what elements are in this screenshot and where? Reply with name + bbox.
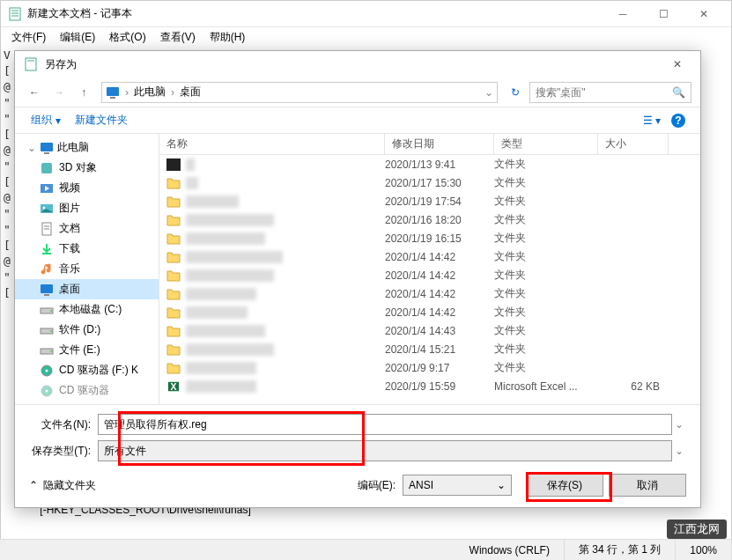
- folder-icon: [166, 214, 181, 226]
- menu-help[interactable]: 帮助(H): [203, 28, 253, 47]
- file-row[interactable]: 2020/1/13 9:41 文件夹: [159, 155, 700, 173]
- blurred-filename: [186, 343, 274, 356]
- cancel-button[interactable]: 取消: [609, 474, 686, 497]
- new-folder-button[interactable]: 新建文件夹: [68, 109, 135, 131]
- sidebar[interactable]: ⌄ 此电脑 3D 对象 视频 图片 文档 下载 音乐 桌面 本地磁盘 (C:) …: [15, 134, 159, 404]
- save-button[interactable]: 保存(S): [526, 474, 603, 497]
- view-options-button[interactable]: ☰ ▾: [639, 110, 665, 131]
- save-as-dialog: 另存为 ✕ ← → ↑ › 此电脑 › 桌面 ⌄ ↻ 🔍 组织 ▾ 新建文件夹 …: [14, 50, 701, 508]
- back-button[interactable]: ←: [24, 82, 45, 103]
- sidebar-item-3d[interactable]: 3D 对象: [15, 158, 159, 178]
- watermark: 江西龙网: [667, 519, 727, 539]
- file-date: 2020/1/19 17:54: [385, 195, 494, 208]
- breadcrumb-item[interactable]: 此电脑: [130, 85, 169, 99]
- breadcrumb-item[interactable]: 桌面: [176, 85, 204, 99]
- file-date: 2020/1/4 14:42: [385, 251, 494, 263]
- excel-icon: X: [166, 380, 181, 393]
- help-button[interactable]: ?: [665, 110, 691, 131]
- file-row[interactable]: 2020/1/4 14:42 文件夹: [159, 284, 700, 303]
- file-date: 2020/1/9 9:17: [385, 362, 494, 374]
- filetype-label: 保存类型(T):: [29, 444, 98, 459]
- file-type: 文件夹: [494, 268, 598, 283]
- folder-icon: [166, 288, 181, 300]
- blurred-filename: [186, 251, 283, 263]
- file-row[interactable]: 2020/1/17 15:30 文件夹: [159, 173, 700, 192]
- sidebar-item-downloads[interactable]: 下载: [15, 239, 159, 259]
- refresh-button[interactable]: ↻: [505, 82, 526, 103]
- folder-icon: [166, 177, 181, 189]
- breadcrumb[interactable]: › 此电脑 › 桌面 ⌄: [101, 82, 498, 103]
- maximize-button[interactable]: ☐: [643, 1, 684, 27]
- monitor-icon: [106, 85, 120, 99]
- file-date: 2020/1/17 15:30: [385, 177, 494, 189]
- sidebar-item-music[interactable]: 音乐: [15, 259, 159, 279]
- search-icon[interactable]: 🔍: [672, 86, 685, 99]
- sidebar-item-documents[interactable]: 文档: [15, 218, 159, 239]
- sidebar-item-cd[interactable]: CD 驱动器: [15, 380, 159, 401]
- blurred-filename: [186, 269, 274, 282]
- file-type: 文件夹: [494, 286, 598, 301]
- chevron-down-icon[interactable]: ⌄: [484, 86, 493, 99]
- sidebar-item-videos[interactable]: 视频: [15, 178, 159, 198]
- status-line-ending: Windows (CRLF): [455, 540, 565, 560]
- search-input[interactable]: [536, 86, 672, 99]
- menu-view[interactable]: 查看(V): [153, 28, 203, 47]
- filetype-select[interactable]: 所有文件: [98, 440, 672, 461]
- sidebar-item-pictures[interactable]: 图片: [15, 198, 159, 218]
- svg-rect-0: [10, 8, 20, 20]
- folder-icon: [166, 343, 181, 356]
- file-row[interactable]: 2020/1/4 14:43 文件夹: [159, 321, 700, 340]
- sidebar-item-drive-e[interactable]: 文件 (E:): [15, 340, 159, 360]
- menu-format[interactable]: 格式(O): [102, 28, 152, 47]
- encoding-select[interactable]: ANSI ⌄: [403, 475, 512, 496]
- file-date: 2020/1/16 18:20: [385, 214, 494, 226]
- file-type: 文件夹: [494, 305, 598, 320]
- file-type: 文件夹: [494, 342, 598, 357]
- file-row[interactable]: 2020/1/4 14:42 文件夹: [159, 303, 700, 321]
- folder-icon: [166, 306, 181, 319]
- status-cursor: 第 34 行，第 1 列: [565, 540, 676, 560]
- sidebar-item-cd-f[interactable]: CD 驱动器 (F:) K: [15, 360, 159, 380]
- organize-button[interactable]: 组织 ▾: [24, 109, 68, 131]
- filename-input[interactable]: [98, 414, 672, 435]
- close-button[interactable]: ✕: [684, 1, 724, 27]
- filename-label: 文件名(N):: [29, 417, 98, 432]
- file-row[interactable]: X 2020/1/9 15:59 Microsoft Excel ... 62 …: [159, 377, 700, 395]
- menubar: 文件(F) 编辑(E) 格式(O) 查看(V) 帮助(H): [1, 27, 731, 47]
- sidebar-item-drive-d[interactable]: 软件 (D:): [15, 320, 159, 340]
- file-row[interactable]: 2020/1/4 14:42 文件夹: [159, 247, 700, 266]
- file-row[interactable]: 2020/1/16 18:20 文件夹: [159, 210, 700, 229]
- sidebar-this-pc[interactable]: ⌄ 此电脑: [15, 137, 159, 158]
- column-date[interactable]: 修改日期: [385, 134, 494, 154]
- minimize-button[interactable]: ─: [603, 1, 643, 27]
- sidebar-item-drive-c[interactable]: 本地磁盘 (C:): [15, 299, 159, 320]
- folder-icon: [166, 362, 181, 374]
- file-row[interactable]: 2020/1/19 17:54 文件夹: [159, 192, 700, 210]
- column-type[interactable]: 类型: [494, 134, 598, 154]
- 3d-icon: [40, 161, 54, 175]
- chevron-down-icon[interactable]: ⌄: [672, 445, 686, 457]
- svg-rect-20: [44, 294, 49, 296]
- folder-icon: [166, 232, 181, 245]
- folder-icon: [166, 251, 181, 263]
- downloads-icon: [40, 242, 54, 256]
- file-list[interactable]: 2020/1/13 9:41 文件夹 2020/1/17 15:30 文件夹 2…: [159, 155, 700, 404]
- menu-edit[interactable]: 编辑(E): [53, 28, 102, 47]
- dialog-close-button[interactable]: ✕: [663, 55, 691, 74]
- hide-folders-toggle[interactable]: ⌃ 隐藏文件夹: [29, 478, 96, 493]
- column-size[interactable]: 大小: [598, 134, 669, 154]
- file-row[interactable]: 2020/1/19 16:15 文件夹: [159, 229, 700, 247]
- file-row[interactable]: 2020/1/4 14:42 文件夹: [159, 266, 700, 284]
- up-button[interactable]: ↑: [73, 82, 94, 103]
- file-row[interactable]: 2020/1/9 9:17 文件夹: [159, 358, 700, 377]
- menu-file[interactable]: 文件(F): [4, 28, 53, 47]
- chevron-down-icon[interactable]: ⌄: [672, 418, 686, 431]
- file-date: 2020/1/4 14:42: [385, 306, 494, 319]
- file-row[interactable]: 2020/1/4 15:21 文件夹: [159, 340, 700, 358]
- file-list-header: 名称 修改日期 类型 大小: [159, 134, 700, 155]
- search-box[interactable]: 🔍: [529, 82, 691, 103]
- chevron-down-icon: ⌄: [27, 142, 36, 154]
- column-name[interactable]: 名称: [159, 134, 385, 154]
- sidebar-item-desktop[interactable]: 桌面: [15, 279, 159, 299]
- forward-button[interactable]: →: [48, 82, 70, 103]
